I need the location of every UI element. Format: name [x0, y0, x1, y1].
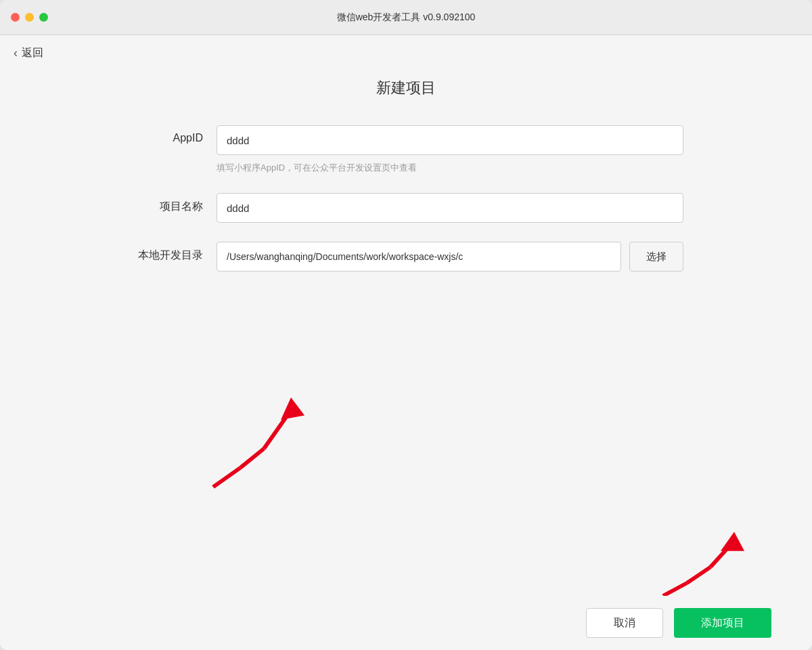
project-name-row: 项目名称 — [129, 193, 683, 223]
svg-line-6 — [687, 567, 710, 583]
page-title: 新建项目 — [376, 78, 436, 98]
add-project-button[interactable]: 添加项目 — [674, 608, 771, 638]
appid-row: AppID 填写小程序AppID，可在公众平台开发设置页中查看 — [129, 125, 683, 174]
svg-line-3 — [213, 468, 240, 487]
arrow1 — [213, 397, 304, 487]
close-button[interactable] — [11, 13, 20, 22]
form-container: AppID 填写小程序AppID，可在公众平台开发设置页中查看 项目名称 本地开… — [129, 125, 683, 290]
directory-field-wrapper: 选择 — [217, 242, 683, 272]
svg-marker-1 — [281, 397, 304, 420]
back-label: 返回 — [22, 46, 43, 60]
cancel-button[interactable]: 取消 — [586, 608, 663, 638]
appid-label: AppID — [129, 125, 217, 144]
svg-line-4 — [710, 544, 731, 567]
arrow2 — [663, 532, 744, 596]
back-button[interactable]: ‹ 返回 — [0, 35, 57, 71]
svg-line-2 — [240, 449, 264, 468]
project-name-input[interactable] — [217, 193, 683, 223]
project-name-label: 项目名称 — [129, 193, 217, 214]
select-directory-button[interactable]: 选择 — [629, 242, 683, 272]
window-title: 微信web开发者工具 v0.9.092100 — [337, 12, 476, 24]
directory-input-row: 选择 — [217, 242, 683, 272]
traffic-lights — [11, 13, 48, 22]
app-window: 微信web开发者工具 v0.9.092100 ‹ 返回 新建项目 AppID 填… — [0, 0, 812, 650]
svg-line-0 — [264, 410, 291, 449]
title-bar: 微信web开发者工具 v0.9.092100 — [0, 0, 812, 35]
appid-field-wrapper: 填写小程序AppID，可在公众平台开发设置页中查看 — [217, 125, 683, 174]
svg-marker-5 — [721, 532, 744, 550]
minimize-button[interactable] — [25, 13, 34, 22]
project-name-field-wrapper — [217, 193, 683, 223]
main-content: 新建项目 AppID 填写小程序AppID，可在公众平台开发设置页中查看 项目名… — [0, 71, 812, 596]
svg-line-7 — [663, 583, 687, 596]
appid-hint: 填写小程序AppID，可在公众平台开发设置页中查看 — [217, 162, 683, 174]
back-chevron-icon: ‹ — [14, 46, 18, 60]
directory-row: 本地开发目录 选择 — [129, 242, 683, 272]
appid-input[interactable] — [217, 125, 683, 155]
maximize-button[interactable] — [39, 13, 48, 22]
directory-input[interactable] — [217, 242, 621, 272]
bottom-bar: 取消 添加项目 — [0, 596, 812, 650]
directory-label: 本地开发目录 — [129, 242, 217, 263]
